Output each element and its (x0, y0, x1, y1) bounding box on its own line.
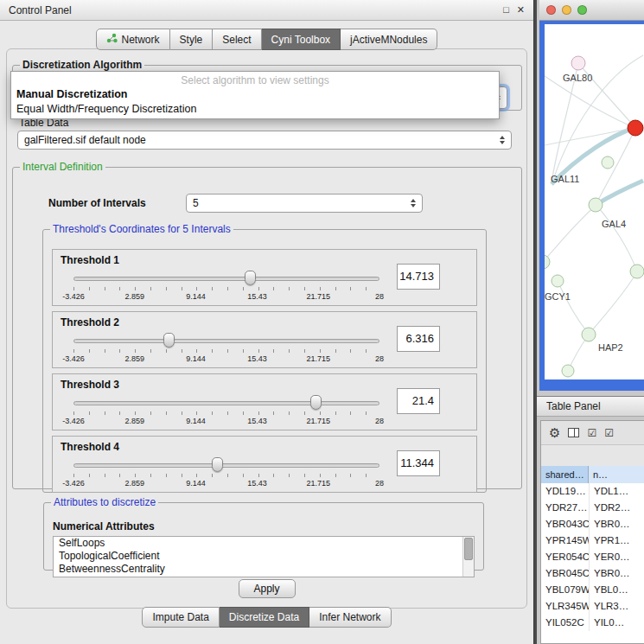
numerical-attributes-list[interactable]: SelfLoopsTopologicalCoefficientBetweenne… (53, 536, 475, 577)
table-row[interactable]: YPR145WYPR1… (541, 532, 644, 549)
table-cell: YBR043C (541, 516, 589, 532)
tick-label: -3.426 (62, 354, 85, 363)
tab-infer-network[interactable]: Infer Network (309, 607, 391, 628)
network-node[interactable] (630, 265, 644, 278)
tab-impute-data[interactable]: Impute Data (142, 607, 219, 628)
slider-ticks (73, 474, 379, 477)
gear-icon[interactable]: ⚙ (549, 426, 560, 439)
network-node[interactable] (582, 328, 596, 341)
threshold-value-field[interactable]: 6.316 (397, 326, 440, 352)
network-node[interactable] (571, 56, 585, 70)
network-node[interactable] (562, 365, 574, 377)
slider-track[interactable] (73, 277, 379, 281)
slider-thumb[interactable] (245, 271, 256, 285)
scrollbar-thumb[interactable] (464, 538, 473, 560)
slider-track[interactable] (73, 339, 379, 343)
app: Control Panel □ ✕ Network Style Select C… (0, 0, 644, 644)
slider-ticks (73, 411, 379, 415)
tab-cyni-toolbox[interactable]: Cyni Toolbox (262, 29, 341, 50)
table-cell: YLR345W (541, 598, 589, 615)
attributes-to-discretize-group: Attributes to discretize Numerical Attri… (43, 496, 484, 571)
group-title: Attributes to discretize (51, 496, 158, 508)
table-row[interactable]: YBR045CYBR0… (541, 565, 644, 582)
list-scrollbar[interactable] (462, 537, 474, 577)
list-item[interactable]: SelfLoops (54, 537, 474, 550)
tick-label: 15.43 (247, 417, 267, 425)
number-of-intervals-combobox[interactable]: 5 (186, 194, 423, 213)
table-row[interactable]: YIL052CYIL0… (541, 615, 644, 631)
tick-label: 28 (375, 417, 384, 425)
thresholds-group: Threshold's Coordinates for 5 Intervals … (42, 223, 487, 493)
network-view-window: GAL80GAL11GAL4GCY1HAP2 (539, 0, 644, 391)
table-row[interactable]: YER054CYER0… (541, 549, 644, 565)
tab-discretize-data[interactable]: Discretize Data (220, 607, 309, 628)
deselect-all-icon[interactable]: ☑ (604, 428, 614, 438)
threshold-value-field[interactable]: 11.344 (397, 450, 440, 476)
column-header-name[interactable]: n… (589, 466, 644, 483)
slider-tick-labels: -3.4262.8599.14415.4321.71528 (73, 479, 379, 489)
table-cell: YIL052C (541, 615, 589, 631)
columns-icon[interactable] (568, 428, 579, 437)
slider-thumb[interactable] (310, 395, 322, 410)
tick-label: 21.715 (306, 354, 330, 363)
threshold-3-slider[interactable]: -3.4262.8599.14415.4321.71528 (73, 393, 379, 428)
table-data-combobox[interactable]: galFiltered.sif default node (17, 131, 512, 150)
threshold-value-field[interactable]: 21.4 (397, 388, 440, 414)
network-edge (545, 207, 594, 262)
slider-thumb[interactable] (163, 333, 175, 348)
network-canvas[interactable]: GAL80GAL11GAL4GCY1HAP2 (545, 24, 644, 379)
select-all-icon[interactable]: ☑ (587, 428, 596, 438)
tick-label: 2.859 (125, 479, 145, 488)
apply-button[interactable]: Apply (239, 579, 296, 598)
table-row[interactable]: YBR043CYBR0… (541, 516, 644, 532)
list-item[interactable]: TopologicalCoefficient (54, 550, 474, 563)
close-button[interactable] (546, 5, 556, 15)
float-window-icon[interactable]: □ (503, 4, 509, 16)
tick-label: 28 (375, 354, 384, 363)
tick-label: 21.715 (306, 292, 330, 301)
stepper-icon (411, 199, 416, 207)
slider-track[interactable] (73, 401, 379, 405)
algorithm-dropdown-popup: Select algorithm to view settings Manual… (10, 71, 500, 119)
node-label: HAP2 (598, 342, 623, 353)
tab-jactivemnodules[interactable]: jActiveMNodules (341, 29, 437, 50)
minimize-button[interactable] (562, 5, 571, 15)
slider-track[interactable] (73, 463, 379, 468)
network-node[interactable] (545, 255, 550, 269)
threshold-value-field[interactable]: 14.713 (397, 264, 440, 290)
threshold-2-slider[interactable]: -3.4262.8599.14415.4321.71528 (73, 331, 379, 366)
close-icon[interactable]: ✕ (517, 4, 525, 16)
threshold-4-slider[interactable]: -3.4262.8599.14415.4321.71528 (73, 456, 379, 490)
network-node[interactable] (628, 120, 643, 136)
tab-label: Style (180, 34, 203, 46)
tab-style[interactable]: Style (170, 29, 214, 50)
table-row[interactable]: YDR27…YDR2… (541, 500, 644, 516)
network-edge (558, 281, 588, 333)
tick-label: 9.144 (186, 354, 206, 363)
network-node[interactable] (589, 198, 603, 212)
slider-thumb[interactable] (212, 457, 223, 472)
table-panel-titlebar: Table Panel (537, 396, 644, 417)
tab-label: Network (122, 34, 160, 46)
threshold-1-slider[interactable]: -3.4262.8599.14415.4321.71528 (73, 269, 379, 303)
network-icon (106, 33, 118, 46)
group-title: Discretization Algorithm (20, 59, 144, 71)
tab-label: Cyni Toolbox (271, 34, 330, 46)
tick-label: -3.426 (62, 292, 85, 301)
tab-network[interactable]: Network (96, 29, 170, 50)
zoom-button[interactable] (577, 5, 587, 15)
group-title: Threshold's Coordinates for 5 Intervals (50, 223, 233, 235)
dropdown-option-equal-width-frequency[interactable]: Equal Width/Frequency Discretization (11, 102, 499, 117)
column-header-shared-name[interactable]: shared… (541, 466, 589, 483)
table-row[interactable]: YBL079WYBL0… (541, 582, 644, 598)
list-item[interactable]: BetweennessCentrality (54, 563, 474, 576)
tab-select[interactable]: Select (213, 29, 261, 50)
threshold-1-panel: Threshold 1 -3.4262.8599.14415.4321.7152… (52, 249, 477, 306)
network-node[interactable] (552, 275, 564, 287)
node-label: GCY1 (545, 291, 571, 302)
network-window-titlebar (539, 0, 644, 21)
table-row[interactable]: YDL19…YDL1… (541, 483, 644, 500)
dropdown-option-manual-discretization[interactable]: Manual Discretization (11, 87, 499, 102)
table-row[interactable]: YLR345WYLR3… (541, 598, 644, 615)
network-node[interactable] (602, 156, 614, 169)
